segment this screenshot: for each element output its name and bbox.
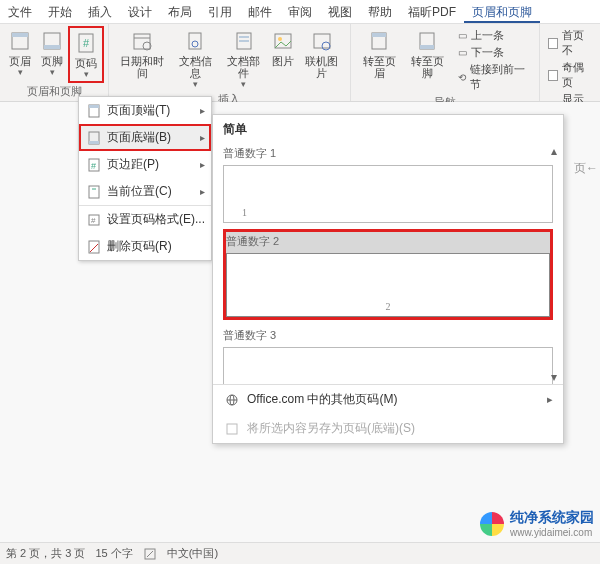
gallery-footer: Office.com 中的其他页码(M) ▸ 将所选内容另存为页码(底端)(S) bbox=[213, 384, 563, 443]
chevron-right-icon: ▸ bbox=[547, 393, 553, 406]
svg-rect-13 bbox=[239, 40, 249, 42]
ribbon-content: 页眉 ▾ 页脚 ▾ # 页码 ▾ 页眉和页脚 bbox=[0, 24, 600, 102]
chevron-down-icon: ▾ bbox=[84, 69, 89, 79]
scroll-up-icon[interactable]: ▴ bbox=[547, 144, 561, 158]
goto-footer-button[interactable]: 转至页脚 bbox=[403, 26, 451, 81]
chevron-down-icon: ▾ bbox=[193, 79, 198, 89]
svg-rect-19 bbox=[372, 33, 386, 37]
svg-text:#: # bbox=[83, 37, 90, 49]
group-header-footer: 页眉 ▾ 页脚 ▾ # 页码 ▾ 页眉和页脚 bbox=[0, 24, 109, 101]
watermark-url: www.yidaimei.com bbox=[510, 527, 594, 538]
gallery-preview: 2 bbox=[226, 253, 550, 317]
chevron-right-icon: ▸ bbox=[200, 132, 205, 143]
remove-page-number-item[interactable]: 删除页码(R) bbox=[79, 233, 211, 260]
datetime-button[interactable]: 日期和时间 bbox=[113, 26, 171, 81]
tab-foxit-pdf[interactable]: 福昕PDF bbox=[400, 0, 464, 23]
page-bottom-icon bbox=[85, 130, 103, 146]
prev-icon: ▭ bbox=[458, 30, 467, 41]
page-margin-item[interactable]: # 页边距(P) ▸ bbox=[79, 151, 211, 178]
current-position-icon bbox=[85, 184, 103, 200]
odd-even-diff-checkbox[interactable]: 奇偶页 bbox=[548, 60, 592, 90]
page-margin-icon: # bbox=[85, 157, 103, 173]
tab-help[interactable]: 帮助 bbox=[360, 0, 400, 23]
tab-header-footer[interactable]: 页眉和页脚 bbox=[464, 0, 540, 23]
chevron-right-icon: ▸ bbox=[200, 186, 205, 197]
chevron-right-icon: ▸ bbox=[200, 159, 205, 170]
gallery-item-plain-2[interactable]: 普通数字 2 2 bbox=[223, 229, 553, 320]
svg-rect-28 bbox=[89, 186, 99, 198]
tab-design[interactable]: 设计 bbox=[120, 0, 160, 23]
page-bottom-gallery: 简单 ▴ 普通数字 1 1 普通数字 2 2 普通数字 3 3 ▾ Office… bbox=[212, 114, 564, 444]
docinfo-icon bbox=[183, 28, 207, 54]
watermark-title: 纯净系统家园 bbox=[510, 509, 594, 527]
svg-rect-1 bbox=[12, 33, 28, 37]
footer-button[interactable]: 页脚 ▾ bbox=[36, 26, 68, 79]
current-position-item[interactable]: 当前位置(C) ▸ bbox=[79, 178, 211, 205]
page-number-icon: # bbox=[74, 30, 98, 56]
chevron-down-icon: ▾ bbox=[50, 67, 55, 77]
online-picture-button[interactable]: 联机图片 bbox=[298, 26, 346, 81]
page-number-button[interactable]: # 页码 ▾ bbox=[68, 26, 104, 83]
word-count-status[interactable]: 15 个字 bbox=[95, 546, 132, 561]
svg-point-15 bbox=[278, 37, 282, 41]
next-link[interactable]: ▭ 下一条 bbox=[458, 45, 529, 60]
svg-rect-37 bbox=[227, 424, 237, 434]
group-options: 首页不 奇偶页 显示文 bbox=[540, 24, 600, 101]
language-status[interactable]: 中文(中国) bbox=[167, 546, 218, 561]
checkbox-icon bbox=[548, 70, 558, 81]
page-number-dropdown: 页面顶端(T) ▸ 页面底端(B) ▸ # 页边距(P) ▸ 当前位置(C) ▸… bbox=[78, 96, 212, 261]
svg-text:#: # bbox=[91, 216, 96, 225]
tab-review[interactable]: 审阅 bbox=[280, 0, 320, 23]
status-bar: 第 2 页，共 3 页 15 个字 中文(中国) bbox=[0, 542, 600, 564]
docparts-button[interactable]: 文档部件 ▾ bbox=[220, 26, 268, 91]
page-top-item[interactable]: 页面顶端(T) ▸ bbox=[79, 97, 211, 124]
header-icon bbox=[8, 28, 32, 54]
svg-rect-6 bbox=[134, 34, 150, 49]
svg-line-39 bbox=[147, 551, 153, 557]
next-icon: ▭ bbox=[458, 47, 467, 58]
goto-header-button[interactable]: 转至页眉 bbox=[355, 26, 403, 81]
tab-references[interactable]: 引用 bbox=[200, 0, 240, 23]
goto-header-icon bbox=[367, 28, 391, 54]
svg-rect-12 bbox=[239, 36, 249, 38]
gallery-heading: 简单 bbox=[213, 115, 563, 144]
tab-mail[interactable]: 邮件 bbox=[240, 0, 280, 23]
page-count-status[interactable]: 第 2 页，共 3 页 bbox=[6, 546, 85, 561]
footer-icon bbox=[40, 28, 64, 54]
prev-link[interactable]: ▭ 上一条 bbox=[458, 28, 529, 43]
proofing-icon bbox=[143, 547, 157, 561]
tab-home[interactable]: 开始 bbox=[40, 0, 80, 23]
first-page-diff-checkbox[interactable]: 首页不 bbox=[548, 28, 592, 58]
format-icon: # bbox=[85, 212, 103, 228]
ribbon-tabs: 文件 开始 插入 设计 布局 引用 邮件 审阅 视图 帮助 福昕PDF 页眉和页… bbox=[0, 0, 600, 24]
format-page-number-item[interactable]: # 设置页码格式(E)... bbox=[79, 205, 211, 233]
online-picture-icon bbox=[310, 28, 334, 54]
svg-rect-23 bbox=[89, 105, 99, 108]
svg-rect-21 bbox=[420, 45, 434, 49]
header-button[interactable]: 页眉 ▾ bbox=[4, 26, 36, 79]
page-top-icon bbox=[85, 103, 103, 119]
svg-rect-3 bbox=[44, 45, 60, 49]
picture-button[interactable]: 图片 bbox=[268, 26, 298, 69]
tab-layout[interactable]: 布局 bbox=[160, 0, 200, 23]
office-more-item[interactable]: Office.com 中的其他页码(M) ▸ bbox=[213, 385, 563, 414]
docinfo-button[interactable]: 文档信息 ▾ bbox=[171, 26, 219, 91]
picture-icon bbox=[271, 28, 295, 54]
globe-icon bbox=[223, 393, 241, 407]
gallery-item-plain-3[interactable]: 普通数字 3 3 bbox=[223, 326, 553, 384]
tab-view[interactable]: 视图 bbox=[320, 0, 360, 23]
gallery-item-plain-1[interactable]: 普通数字 1 1 bbox=[223, 144, 553, 223]
link-prev-section[interactable]: ⟲ 链接到前一节 bbox=[458, 62, 529, 92]
tab-file[interactable]: 文件 bbox=[0, 0, 40, 23]
svg-point-17 bbox=[322, 42, 330, 50]
watermark-logo-icon bbox=[480, 512, 504, 536]
scroll-down-icon[interactable]: ▾ bbox=[547, 370, 561, 384]
nav-list: ▭ 上一条 ▭ 下一条 ⟲ 链接到前一节 bbox=[452, 26, 535, 94]
proofing-status[interactable] bbox=[143, 547, 157, 561]
save-selection-item: 将所选内容另存为页码(底端)(S) bbox=[213, 414, 563, 443]
gallery-body[interactable]: ▴ 普通数字 1 1 普通数字 2 2 普通数字 3 3 ▾ bbox=[213, 144, 563, 384]
tab-insert[interactable]: 插入 bbox=[80, 0, 120, 23]
chevron-down-icon: ▾ bbox=[18, 67, 23, 77]
page-bottom-item[interactable]: 页面底端(B) ▸ bbox=[79, 124, 211, 151]
group-insert: 日期和时间 文档信息 ▾ 文档部件 ▾ 图片 bbox=[109, 24, 351, 101]
